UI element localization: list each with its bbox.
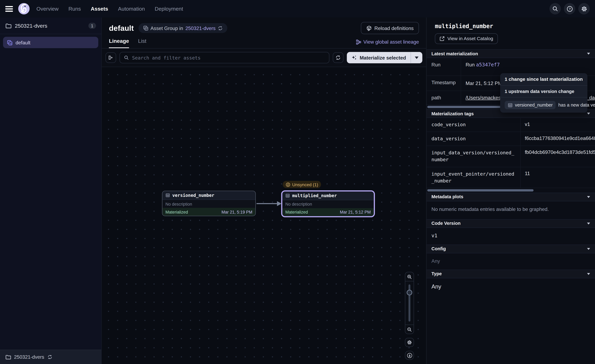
reload-cube-icon bbox=[366, 25, 372, 31]
sync-icon[interactable] bbox=[47, 355, 52, 360]
reload-definitions-label: Reload definitions bbox=[375, 25, 414, 31]
table-icon bbox=[508, 103, 513, 108]
zoom-out-button[interactable] bbox=[405, 325, 413, 334]
search-icon bbox=[552, 6, 558, 12]
section-type[interactable]: Type bbox=[426, 269, 595, 278]
section-metadata-plots[interactable]: Metadata plots bbox=[426, 192, 595, 201]
asset-group-badge[interactable]: Asset Group in 250321-dvers bbox=[138, 23, 227, 33]
page-title: default bbox=[109, 24, 134, 33]
run-id-link[interactable]: a5347ef7 bbox=[476, 62, 500, 68]
reload-definitions-button[interactable]: Reload definitions bbox=[361, 22, 419, 34]
nav-item-runs[interactable]: Runs bbox=[69, 6, 81, 12]
sync-icon[interactable] bbox=[218, 26, 223, 31]
table-icon bbox=[285, 193, 290, 198]
sparkles-icon bbox=[351, 55, 357, 60]
tag-value: v1 bbox=[520, 118, 595, 132]
section-label: Code Version bbox=[432, 221, 587, 226]
collapse-chevron-icon[interactable] bbox=[587, 223, 590, 224]
collapse-chevron-icon[interactable] bbox=[587, 248, 590, 250]
nav-item-deployment[interactable]: Deployment bbox=[155, 6, 183, 12]
sidebar-footer-name: 250321-dvers bbox=[14, 354, 44, 360]
sync-icon bbox=[335, 55, 341, 60]
nav-item-automation[interactable]: Automation bbox=[118, 6, 145, 12]
tag-value: 11 bbox=[520, 167, 595, 188]
section-label: Type bbox=[432, 271, 587, 277]
view-global-asset-lineage-link[interactable]: View global asset lineage bbox=[356, 39, 419, 48]
gear-icon bbox=[581, 6, 587, 12]
hamburger-menu-icon[interactable] bbox=[5, 6, 13, 12]
nav-item-assets[interactable]: Assets bbox=[91, 6, 108, 12]
unsynced-badge[interactable]: Unsynced (1) bbox=[283, 181, 321, 188]
settings-button[interactable] bbox=[578, 3, 590, 14]
lineage-toolbar: Materialize selected bbox=[102, 49, 426, 67]
top-nav-actions: ? bbox=[550, 3, 590, 14]
tab-lineage[interactable]: Lineage bbox=[109, 38, 129, 48]
horizontal-scrollbar[interactable] bbox=[427, 189, 534, 191]
tag-row: code_version v1 bbox=[426, 118, 595, 132]
zoom-slider[interactable] bbox=[405, 281, 413, 325]
sidebar-group-row[interactable]: 250321-dvers 1 bbox=[0, 17, 101, 34]
zoom-in-button[interactable] bbox=[405, 272, 413, 281]
page-header: default Asset Group in 250321-dvers Relo… bbox=[102, 17, 426, 48]
help-button[interactable]: ? bbox=[564, 3, 575, 14]
asset-group-badge-link[interactable]: 250321-dvers bbox=[185, 25, 216, 31]
sidebar-group-count-badge: 1 bbox=[88, 22, 96, 28]
asset-search-box[interactable] bbox=[120, 52, 329, 63]
tabs: Lineage List View global asset lineage bbox=[109, 38, 419, 48]
tag-value: fb04dcb6970e4c3d1873de51fd5a5 bbox=[520, 146, 595, 167]
zoom-slider-knob[interactable] bbox=[407, 290, 412, 295]
collapse-chevron-icon[interactable] bbox=[587, 273, 590, 275]
section-config[interactable]: Config bbox=[426, 245, 595, 253]
asset-node-versioned-number[interactable]: versioned_number No description Material… bbox=[162, 191, 256, 216]
app-root: Overview Runs Assets Automation Deployme… bbox=[0, 0, 595, 364]
lineage-canvas[interactable]: Unsynced (1) versioned_number No descrip… bbox=[102, 67, 426, 364]
tag-key: data_version bbox=[426, 132, 520, 146]
nav-item-overview[interactable]: Overview bbox=[36, 6, 59, 12]
view-in-asset-catalog-button[interactable]: View in Asset Catalog bbox=[435, 34, 498, 44]
materialize-dropdown-button[interactable] bbox=[411, 56, 422, 59]
section-label: Latest materialization bbox=[432, 51, 587, 56]
upstream-asset-chip[interactable]: versioned_number bbox=[505, 101, 556, 109]
collapse-chevron-icon[interactable] bbox=[587, 53, 590, 55]
graph-settings-button[interactable] bbox=[405, 338, 414, 347]
refresh-graph-button[interactable] bbox=[333, 52, 343, 63]
asset-node-multiplied-number[interactable]: multiplied_number No description Materia… bbox=[281, 190, 375, 217]
sidebar: 250321-dvers 1 default 250321-dvers bbox=[0, 17, 102, 364]
collapse-chevron-icon[interactable] bbox=[587, 113, 590, 114]
expand-panel-button[interactable] bbox=[106, 52, 116, 63]
folder-icon bbox=[5, 22, 11, 28]
sidebar-item-default[interactable]: default bbox=[3, 37, 98, 48]
asset-node-description: No description bbox=[282, 200, 374, 208]
top-nav: Overview Runs Assets Automation Deployme… bbox=[0, 0, 595, 17]
timestamp-label: Timestamp bbox=[426, 76, 460, 91]
panel-asset-title: multiplied_number bbox=[426, 17, 595, 34]
folder-icon bbox=[5, 354, 11, 360]
asset-details-panel: multiplied_number View in Asset Catalog … bbox=[426, 17, 595, 364]
changes-popover: 1 change since last materialization 1 up… bbox=[500, 73, 587, 112]
asset-group-badge-text: Asset Group in bbox=[150, 25, 183, 31]
search-input[interactable] bbox=[132, 55, 325, 60]
asset-node-status: Materialized bbox=[285, 210, 308, 214]
tab-list[interactable]: List bbox=[138, 38, 146, 48]
section-code-version[interactable]: Code Version bbox=[426, 219, 595, 228]
config-value: Any bbox=[426, 253, 595, 269]
popover-change-text: has a new data version bbox=[559, 102, 595, 108]
view-global-asset-lineage-label: View global asset lineage bbox=[363, 39, 419, 45]
search-icon bbox=[124, 55, 129, 60]
sidebar-footer[interactable]: 250321-dvers bbox=[0, 350, 101, 364]
section-latest-materialization[interactable]: Latest materialization bbox=[426, 49, 595, 58]
upstream-asset-name: versioned_number bbox=[515, 102, 553, 108]
download-icon bbox=[407, 352, 412, 358]
collapse-chevron-icon[interactable] bbox=[587, 196, 590, 198]
download-graph-button[interactable] bbox=[405, 351, 414, 360]
type-value: Any bbox=[426, 278, 595, 294]
popover-title: 1 change since last materialization bbox=[500, 73, 587, 86]
run-value: Run a5347ef7 bbox=[461, 58, 595, 76]
canvas-controls bbox=[405, 272, 414, 360]
materialize-selected-button[interactable]: Materialize selected bbox=[347, 52, 422, 63]
asset-node-name: versioned_number bbox=[172, 193, 214, 198]
dagster-logo-icon[interactable] bbox=[18, 3, 30, 14]
tag-row: data_version f6ccba1776380941e9cd1ea6648… bbox=[426, 132, 595, 146]
search-button[interactable] bbox=[550, 3, 561, 14]
lineage-graph-icon bbox=[356, 39, 361, 44]
